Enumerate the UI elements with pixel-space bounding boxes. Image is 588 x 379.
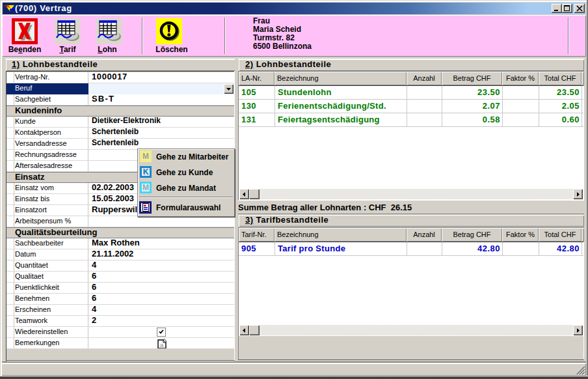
svg-text:a: a — [160, 341, 164, 348]
